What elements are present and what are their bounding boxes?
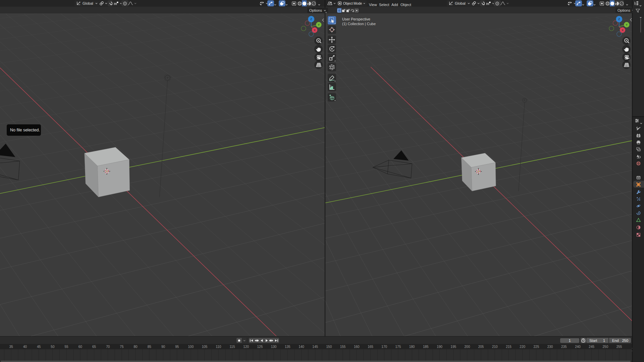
svg-text:180: 180 — [409, 345, 415, 349]
svg-text:145: 145 — [312, 345, 318, 349]
svg-text:255: 255 — [616, 345, 622, 349]
svg-text:70: 70 — [106, 345, 110, 349]
svg-text:90: 90 — [161, 345, 165, 349]
svg-text:X: X — [622, 28, 624, 32]
svg-text:240: 240 — [575, 345, 581, 349]
svg-text:215: 215 — [506, 345, 512, 349]
svg-text:60: 60 — [78, 345, 83, 349]
svg-text:150: 150 — [326, 345, 332, 349]
svg-text:155: 155 — [340, 345, 346, 349]
svg-text:160: 160 — [354, 345, 360, 349]
svg-text:195: 195 — [450, 345, 456, 349]
svg-text:235: 235 — [561, 345, 567, 349]
svg-text:Z: Z — [618, 17, 620, 21]
svg-text:245: 245 — [589, 345, 594, 349]
svg-text:100: 100 — [188, 345, 194, 349]
svg-text:115: 115 — [230, 345, 235, 349]
svg-text:110: 110 — [216, 345, 221, 349]
svg-text:35: 35 — [9, 345, 13, 349]
svg-text:175: 175 — [395, 345, 401, 349]
svg-text:Y: Y — [318, 23, 320, 26]
svg-text:Z: Z — [310, 17, 312, 21]
svg-text:Y: Y — [626, 23, 628, 26]
svg-text:120: 120 — [243, 345, 249, 349]
svg-text:80: 80 — [134, 345, 138, 349]
svg-text:75: 75 — [120, 345, 124, 349]
svg-text:50: 50 — [51, 345, 55, 349]
svg-text:190: 190 — [437, 345, 442, 349]
svg-text:200: 200 — [465, 345, 470, 349]
svg-text:220: 220 — [520, 345, 525, 349]
svg-text:55: 55 — [65, 345, 69, 349]
svg-text:135: 135 — [285, 345, 290, 349]
svg-text:165: 165 — [368, 345, 373, 349]
svg-text:140: 140 — [299, 345, 304, 349]
svg-text:45: 45 — [37, 345, 41, 349]
svg-text:250: 250 — [603, 345, 608, 349]
svg-text:65: 65 — [92, 345, 96, 349]
svg-text:170: 170 — [381, 345, 387, 349]
svg-text:205: 205 — [478, 345, 484, 349]
svg-text:85: 85 — [148, 345, 152, 349]
svg-text:225: 225 — [534, 345, 539, 349]
svg-text:40: 40 — [23, 345, 27, 349]
svg-text:130: 130 — [271, 345, 277, 349]
svg-text:125: 125 — [257, 345, 263, 349]
svg-text:230: 230 — [547, 345, 553, 349]
svg-text:X: X — [314, 28, 316, 32]
svg-text:210: 210 — [492, 345, 498, 349]
svg-text:105: 105 — [202, 345, 208, 349]
svg-text:185: 185 — [423, 345, 429, 349]
svg-text:95: 95 — [175, 345, 179, 349]
